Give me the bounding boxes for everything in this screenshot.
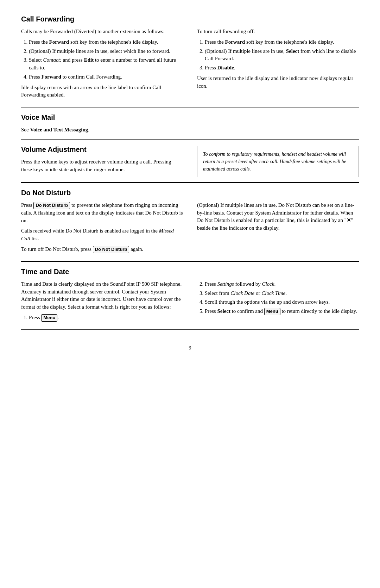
list-item: (Optional) If multiple lines are in use,…	[205, 48, 359, 63]
dnd-para2: Calls received while Do Not Disturb is e…	[21, 227, 183, 243]
list-item: Press Select to confirm and Menu to retu…	[205, 308, 359, 315]
divider-bottom	[21, 329, 359, 330]
time-date-title: Time and Date	[21, 267, 359, 277]
volume-columns: Volume Adjustment Press the volume keys …	[21, 144, 359, 177]
dnd-title: Do Not Disturb	[21, 188, 359, 198]
section-do-not-disturb: Do Not Disturb Press Do Not Disturb to p…	[21, 188, 359, 256]
list-item: Press the Forward soft key from the tele…	[29, 38, 183, 46]
time-date-steps-left: Press Menu.	[29, 314, 183, 322]
forward-key-label2: Forward	[41, 74, 61, 80]
select-key-label2: Select	[217, 308, 230, 314]
missed-call-label: Missed Call	[21, 228, 174, 241]
section-time-date: Time and Date Time and Date is clearly d…	[21, 267, 359, 324]
turn-off-footer: User is returned to the idle display and…	[197, 75, 359, 90]
list-item: Press Disable.	[205, 64, 359, 72]
volume-title: Volume Adjustment	[21, 144, 183, 155]
list-item: Press the Forward soft key from the tele…	[205, 38, 359, 46]
call-forwarding-steps-right: Press the Forward soft key from the tele…	[205, 38, 359, 72]
section-call-forwarding: Call Forwarding Calls may be Forwarded (…	[21, 14, 359, 102]
time-date-right: Press Settings followed by Clock. Select…	[197, 280, 359, 324]
page-content: Call Forwarding Calls may be Forwarded (…	[21, 14, 359, 352]
call-forwarding-steps-left: Press the Forward soft key from the tele…	[29, 38, 183, 81]
menu-key-button2: Menu	[264, 308, 280, 315]
list-item: Press Menu.	[29, 314, 183, 322]
list-item: Select Contact: and press Edit to enter …	[29, 56, 183, 72]
list-item: (Optional) If multiple lines are in use,…	[29, 48, 183, 55]
voice-mail-see-also: See Voice and Text Messaging.	[21, 126, 359, 134]
volume-right: To conform to regulatory requirements, h…	[197, 144, 359, 177]
disable-key-label: Disable	[217, 65, 234, 70]
dnd-para3: To turn off Do Not Disturb, press Do Not…	[21, 246, 183, 253]
section-voice-mail: Voice Mail See Voice and Text Messaging.	[21, 112, 359, 134]
clock-label: Clock	[262, 281, 274, 287]
volume-note-text: To conform to regulatory requirements, h…	[203, 151, 346, 172]
contact-label: Contact:	[43, 57, 62, 63]
call-forwarding-right: To turn call forwarding off: Press the F…	[197, 28, 359, 102]
call-forwarding-title: Call Forwarding	[21, 14, 359, 24]
dnd-para1: Press Do Not Disturb to prevent the tele…	[21, 202, 183, 225]
divider-2	[21, 139, 359, 140]
turn-off-intro: To turn call forwarding off:	[197, 28, 359, 36]
time-date-columns: Time and Date is clearly displayed on th…	[21, 280, 359, 324]
dnd-columns: Press Do Not Disturb to prevent the tele…	[21, 202, 359, 256]
call-forwarding-footer: Idle display returns with an arrow on th…	[21, 84, 183, 99]
dnd-right: (Optional) If multiple lines are in use,…	[197, 202, 359, 256]
forward-key-label: Forward	[49, 39, 69, 45]
dnd-left: Press Do Not Disturb to prevent the tele…	[21, 202, 183, 256]
dnd-key-button: Do Not Disturb	[33, 202, 70, 209]
section-volume-adjustment: Volume Adjustment Press the volume keys …	[21, 144, 359, 177]
call-forwarding-columns: Calls may be Forwarded (Diverted) to ano…	[21, 28, 359, 102]
voice-text-messaging-link: Voice and Text Messaging	[30, 127, 88, 132]
call-forwarding-left: Calls may be Forwarded (Diverted) to ano…	[21, 28, 183, 102]
dnd-right-body: (Optional) If multiple lines are in use,…	[197, 202, 359, 232]
dnd-key-button2: Do Not Disturb	[93, 246, 129, 253]
time-date-steps-right: Press Settings followed by Clock. Select…	[205, 280, 359, 315]
list-item: Press Forward to confirm Call Forwarding…	[29, 73, 183, 81]
divider-1	[21, 107, 359, 107]
time-date-left: Time and Date is clearly displayed on th…	[21, 280, 183, 324]
list-item: Press Settings followed by Clock.	[205, 280, 359, 288]
list-item: Scroll through the options via the up an…	[205, 298, 359, 306]
menu-key-button: Menu	[41, 314, 57, 322]
clock-date-label: Clock Date	[230, 290, 254, 296]
call-forwarding-intro: Calls may be Forwarded (Diverted) to ano…	[21, 28, 183, 36]
edit-key-label: Edit	[84, 57, 94, 63]
time-date-para1: Time and Date is clearly displayed on th…	[21, 280, 183, 311]
page-number: 9	[21, 344, 359, 352]
select-key-label: Select	[286, 48, 299, 54]
clock-time-label: Clock Time	[261, 290, 285, 296]
forward-key-label3: Forward	[225, 39, 245, 45]
voice-mail-title: Voice Mail	[21, 112, 359, 123]
divider-3	[21, 182, 359, 183]
volume-body: Press the volume keys to adjust receiver…	[21, 158, 183, 174]
x-symbol: ✕	[347, 217, 351, 223]
volume-left: Volume Adjustment Press the volume keys …	[21, 144, 183, 177]
divider-4	[21, 261, 359, 262]
volume-note-box: To conform to regulatory requirements, h…	[197, 146, 359, 177]
settings-label: Settings	[217, 281, 234, 287]
list-item: Select from Clock Date or Clock Time.	[205, 290, 359, 297]
